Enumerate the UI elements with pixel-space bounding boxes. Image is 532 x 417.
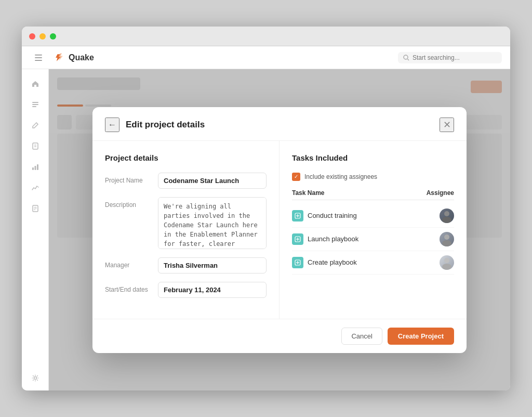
- task-icon-create: [292, 257, 303, 268]
- tasks-table-header: Task Name Assignee: [292, 189, 454, 200]
- modal-title: Edit project details: [126, 120, 433, 130]
- svg-rect-8: [33, 143, 38, 149]
- svg-point-22: [444, 211, 449, 216]
- svg-point-28: [442, 240, 451, 246]
- include-assignees-label: Include existing assignees: [304, 173, 377, 180]
- svg-point-33: [442, 264, 451, 270]
- task-left: Conduct training: [292, 210, 357, 221]
- menu-icon[interactable]: [30, 49, 47, 66]
- svg-point-18: [34, 377, 36, 380]
- modal-back-button[interactable]: ←: [105, 118, 119, 132]
- task-name-column-header: Task Name: [292, 189, 324, 197]
- assignee-column-header: Assignee: [427, 189, 454, 197]
- assignee-avatar-1: [440, 232, 454, 246]
- svg-rect-2: [35, 60, 42, 61]
- search-bar[interactable]: [398, 52, 502, 63]
- modal-body: Project details Project Name Description: [92, 141, 467, 319]
- include-assignees-row: ✓ Include existing assignees: [292, 173, 454, 181]
- assignee-avatar-2: [440, 255, 454, 270]
- modal-left-panel: Project details Project Name Description: [92, 141, 280, 319]
- sidebar-item-home[interactable]: [27, 75, 44, 92]
- svg-point-3: [404, 55, 408, 59]
- traffic-light-green[interactable]: [50, 33, 56, 40]
- svg-point-27: [444, 234, 449, 240]
- modal-header: ← Edit project details ✕: [92, 107, 467, 141]
- logo-icon: [53, 51, 65, 64]
- description-row: Description We're aligning all parties i…: [105, 197, 267, 249]
- cancel-button[interactable]: Cancel: [341, 328, 382, 345]
- search-icon: [403, 55, 409, 61]
- modal-overlay: ← Edit project details ✕ Project details: [49, 69, 510, 390]
- svg-rect-12: [34, 166, 36, 170]
- project-name-label: Project Name: [105, 173, 152, 184]
- sidebar-item-tasks[interactable]: [27, 96, 44, 113]
- task-left: Launch playbook: [292, 233, 358, 245]
- task-row: Create playbook: [292, 251, 454, 275]
- dates-label: Start/End dates: [105, 282, 152, 293]
- modal-right-panel: Tasks Included ✓ Include existing assign…: [280, 141, 467, 319]
- task-name-create: Create playbook: [308, 258, 357, 266]
- description-label: Description: [105, 197, 152, 208]
- description-textarea[interactable]: We're aligning all parties involved in t…: [158, 197, 267, 249]
- logo-text: Quake: [69, 53, 94, 62]
- sidebar-item-reports[interactable]: [27, 200, 44, 217]
- tasks-included-title: Tasks Included: [292, 153, 454, 162]
- create-project-button[interactable]: Create Project: [388, 328, 454, 345]
- browser-titlebar: [22, 27, 510, 46]
- search-input[interactable]: [413, 54, 485, 61]
- sidebar-item-analytics[interactable]: [27, 179, 44, 196]
- svg-rect-6: [32, 104, 38, 105]
- task-left: Create playbook: [292, 257, 357, 268]
- assignee-avatar-0: [440, 208, 454, 223]
- modal-footer: Cancel Create Project: [92, 319, 467, 353]
- sidebar-item-settings[interactable]: [27, 370, 44, 386]
- task-icon-conduct: [292, 210, 303, 221]
- include-assignees-checkbox[interactable]: ✓: [292, 173, 300, 181]
- svg-rect-5: [32, 102, 38, 103]
- svg-point-32: [444, 258, 449, 263]
- sidebar-item-charts[interactable]: [27, 159, 44, 175]
- manager-label: Manager: [105, 257, 152, 269]
- svg-rect-13: [37, 164, 38, 170]
- svg-rect-7: [32, 106, 36, 107]
- dates-input[interactable]: [158, 282, 267, 298]
- task-row: Conduct training: [292, 204, 454, 228]
- dates-row: Start/End dates: [105, 282, 267, 298]
- traffic-light-yellow[interactable]: [39, 33, 46, 40]
- project-name-input[interactable]: [158, 173, 267, 189]
- project-name-row: Project Name: [105, 173, 267, 189]
- task-name-launch: Launch playbook: [308, 235, 358, 243]
- task-row: Launch playbook: [292, 228, 454, 251]
- svg-rect-1: [35, 57, 42, 58]
- task-name-conduct: Conduct training: [308, 212, 357, 219]
- sidebar-item-edit[interactable]: [27, 117, 44, 134]
- logo: Quake: [53, 51, 94, 64]
- edit-project-modal: ← Edit project details ✕ Project details: [92, 107, 467, 353]
- svg-line-4: [408, 59, 409, 60]
- app-header: Quake: [22, 46, 510, 69]
- traffic-light-red[interactable]: [29, 33, 35, 40]
- manager-input[interactable]: [158, 257, 267, 273]
- svg-point-23: [442, 217, 451, 223]
- manager-row: Manager: [105, 257, 267, 273]
- sidebar-item-docs[interactable]: [27, 138, 44, 154]
- svg-rect-0: [35, 55, 42, 56]
- project-details-title: Project details: [105, 153, 267, 162]
- sidebar: [22, 69, 49, 390]
- task-icon-launch: [292, 233, 303, 245]
- svg-rect-11: [32, 167, 34, 170]
- modal-close-button[interactable]: ✕: [440, 118, 454, 132]
